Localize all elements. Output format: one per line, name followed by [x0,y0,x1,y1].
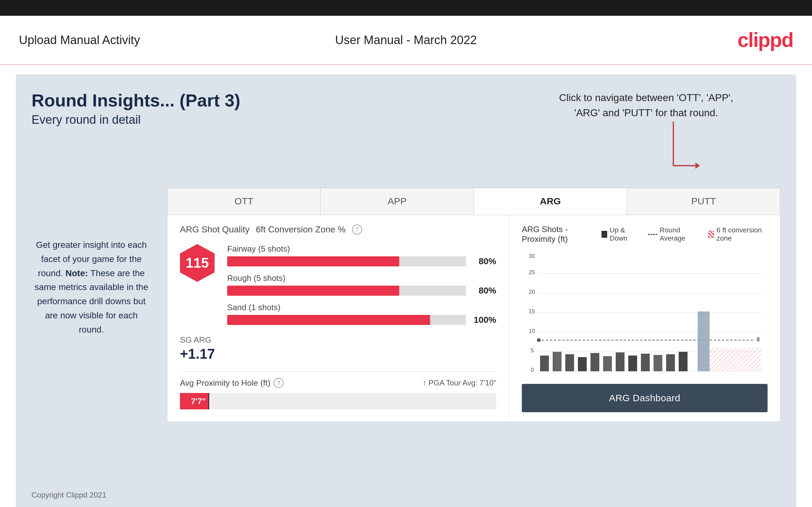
svg-rect-30 [679,352,688,371]
panel-body: ARG Shot Quality 6ft Conversion Zone % ?… [167,215,780,421]
sand-bar-track [227,315,466,325]
chart-header: ARG Shots - Proximity (ft) Up & Down Rou… [522,225,768,244]
proximity-value: 7'7" [191,396,206,406]
svg-rect-28 [654,355,662,371]
legend-dashed-icon [648,234,657,235]
legend-round-avg-label: Round Average [660,226,699,242]
upload-manual-label: Upload Manual Activity [19,34,140,47]
top-bar [0,0,812,16]
sg-section: SG ARG +1.17 [180,335,496,362]
svg-text:30: 30 [529,253,535,259]
legend-up-down-label: Up & Down [610,226,639,242]
legend-hatched-icon [708,231,714,238]
chart-title: ARG Shots - Proximity (ft) [522,225,602,244]
svg-rect-23 [591,353,599,371]
svg-rect-22 [578,357,587,371]
svg-text:15: 15 [529,308,535,315]
help-icon[interactable]: ? [352,225,362,235]
conversion-label: 6ft Conversion Zone % [256,225,346,235]
sand-bar-fill [227,315,430,325]
fairway-bar-fill [227,256,399,267]
nav-annotation: Click to navigate between 'OTT', 'APP', … [559,90,733,120]
panel-left: ARG Shot Quality 6ft Conversion Zone % ?… [167,215,509,421]
pga-avg-label: ↑ PGA Tour Avg: 7'10" [422,379,496,387]
proximity-bar-track: 7'7" [180,393,496,409]
svg-text:25: 25 [529,269,535,276]
svg-point-15 [537,338,541,342]
svg-rect-20 [553,352,561,371]
rough-percent: 80% [471,286,496,296]
legend-6ft-label: 6 ft conversion zone [716,226,768,242]
svg-rect-25 [616,352,624,371]
round-insights-panel: OTT APP ARG PUTT ARG Shot Quality 6ft Co… [167,188,780,422]
tab-ott[interactable]: OTT [167,188,320,215]
sand-bar-row: Sand (1 shots) 100% [227,303,496,325]
fairway-bar-track [227,256,466,267]
main-content: Round Insights... (Part 3) Every round i… [16,74,796,507]
tab-putt[interactable]: PUTT [627,188,780,215]
proximity-label-text: Avg Proximity to Hole (ft) [180,378,270,388]
proximity-cursor [208,393,209,409]
svg-text:5: 5 [530,347,534,354]
arg-dashboard-button[interactable]: ARG Dashboard [522,384,768,412]
rough-bar-fill [227,286,399,296]
rough-label: Rough (5 shots) [227,273,496,283]
rough-bar-track [227,286,466,296]
svg-rect-21 [565,354,574,371]
sand-label: Sand (1 shots) [227,303,496,313]
svg-rect-26 [628,355,637,371]
shot-quality-label: ARG Shot Quality [180,225,250,235]
chart-svg: 0 5 10 15 20 25 30 [522,251,768,378]
legend-round-avg: Round Average [648,226,699,242]
chart-legend: Up & Down Round Average 6 ft conversion … [602,226,768,242]
sand-percent: 100% [471,315,496,325]
tab-app[interactable]: APP [320,188,473,215]
panel-right: ARG Shots - Proximity (ft) Up & Down Rou… [509,215,780,421]
proximity-header: Avg Proximity to Hole (ft) ? ↑ PGA Tour … [180,378,496,388]
header: Upload Manual Activity User Manual - Mar… [0,16,812,65]
legend-up-down: Up & Down [602,226,639,242]
legend-6ft-zone: 6 ft conversion zone [708,226,768,242]
tabs-container: OTT APP ARG PUTT [167,188,780,215]
svg-rect-24 [603,356,612,371]
fairway-percent: 80% [471,256,496,267]
svg-rect-27 [641,354,650,371]
quality-header: ARG Shot Quality 6ft Conversion Zone % ? [180,225,496,235]
fairway-bar-row: Fairway (5 shots) 80% [227,244,496,267]
score-bars-row: 115 Fairway (5 shots) 80% [180,244,496,332]
svg-text:20: 20 [529,289,535,295]
clippd-logo: clippd [738,29,793,52]
legend-square-icon [602,231,607,238]
arrow-annotation [670,118,708,181]
sg-value: +1.17 [180,346,496,362]
footer: Copyright Clippd 2021 [32,491,106,499]
proximity-section: Avg Proximity to Hole (ft) ? ↑ PGA Tour … [180,371,496,409]
svg-rect-29 [666,354,675,371]
svg-text:8: 8 [757,336,760,343]
left-description: Get greater insight into each facet of y… [32,238,151,337]
manual-date-label: User Manual - March 2022 [335,34,477,47]
sg-label: SG ARG [180,335,496,345]
proximity-bar-fill: 7'7" [180,393,208,409]
svg-rect-19 [540,355,549,371]
bars-section: Fairway (5 shots) 80% Rough (5 shots) [227,244,496,332]
rough-bar-row: Rough (5 shots) 80% [227,273,496,296]
chart-area: 0 5 10 15 20 25 30 [522,251,768,378]
svg-rect-31 [698,312,710,371]
fairway-label: Fairway (5 shots) [227,244,496,254]
svg-text:0: 0 [530,367,534,373]
hexagon-score: 115 [180,244,215,282]
svg-text:10: 10 [529,328,535,334]
hexagon-wrapper: 115 [180,244,215,285]
svg-marker-0 [696,163,700,169]
proximity-help-icon[interactable]: ? [273,378,284,388]
tab-arg[interactable]: ARG [474,188,627,215]
